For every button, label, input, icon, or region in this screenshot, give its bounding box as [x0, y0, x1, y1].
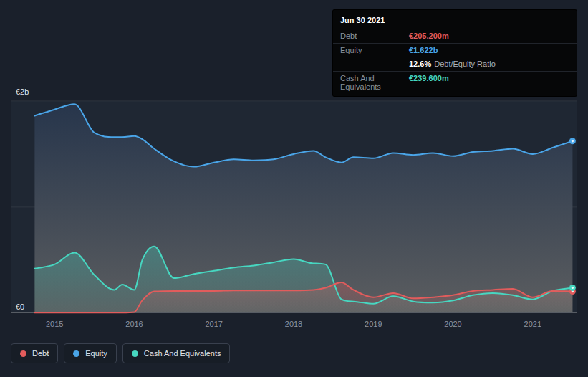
tooltip-equity-value: €1.622b	[409, 46, 438, 54]
x-axis-label-2021: 2021	[524, 320, 541, 328]
equity-series-swatch	[73, 350, 79, 357]
x-axis-label-2017: 2017	[205, 320, 222, 328]
tooltip-ratio-label: Debt/Equity Ratio	[434, 59, 496, 68]
legend: Debt Equity Cash And Equivalents	[11, 343, 230, 363]
legend-item-debt[interactable]: Debt	[11, 343, 58, 363]
x-axis-label-2018: 2018	[285, 320, 302, 328]
tooltip-cash-value: €239.600m	[409, 74, 449, 82]
tooltip-cash-row: Cash And Equivalents €239.600m	[333, 71, 577, 94]
tooltip-cash-label: Cash And Equivalents	[340, 74, 409, 91]
tooltip-ratio-value-wrap: 12.6%Debt/Equity Ratio	[409, 59, 496, 68]
x-axis: 2015201620172018201920202021	[11, 320, 577, 330]
x-axis-label-2020: 2020	[444, 320, 461, 328]
x-axis-label-2019: 2019	[365, 320, 382, 328]
tooltip-equity-label: Equity	[340, 46, 409, 54]
legend-label-cash: Cash And Equivalents	[144, 349, 221, 358]
legend-item-cash[interactable]: Cash And Equivalents	[122, 343, 231, 363]
debt-series-swatch	[20, 350, 26, 357]
y-axis-label-0: €0	[16, 302, 24, 311]
legend-label-debt: Debt	[32, 349, 49, 358]
x-axis-label-2016: 2016	[125, 320, 143, 328]
tooltip-date: Jun 30 2021	[333, 10, 577, 29]
tooltip-debt-row: Debt €205.200m	[333, 29, 577, 43]
tooltip-ratio-row: 12.6%Debt/Equity Ratio	[333, 57, 577, 71]
debt-equity-history-page: Jun 30 2021 Debt €205.200m Equity €1.622…	[0, 0, 588, 377]
chart-canvas[interactable]	[11, 90, 577, 313]
cash-endpoint-marker-center	[572, 287, 574, 289]
tooltip-debt-value: €205.200m	[409, 32, 449, 40]
tooltip-ratio-value: 12.6%	[409, 59, 431, 68]
legend-item-equity[interactable]: Equity	[64, 343, 117, 363]
equity-endpoint-marker-center	[572, 140, 574, 142]
cash-series-swatch	[132, 350, 138, 357]
x-axis-label-2015: 2015	[46, 320, 63, 328]
legend-label-equity: Equity	[85, 349, 107, 358]
tooltip-equity-row: Equity €1.622b	[333, 43, 577, 57]
y-axis-label-2b: €2b	[16, 87, 29, 96]
chart-tooltip: Jun 30 2021 Debt €205.200m Equity €1.622…	[333, 10, 577, 96]
tooltip-debt-label: Debt	[340, 32, 409, 40]
